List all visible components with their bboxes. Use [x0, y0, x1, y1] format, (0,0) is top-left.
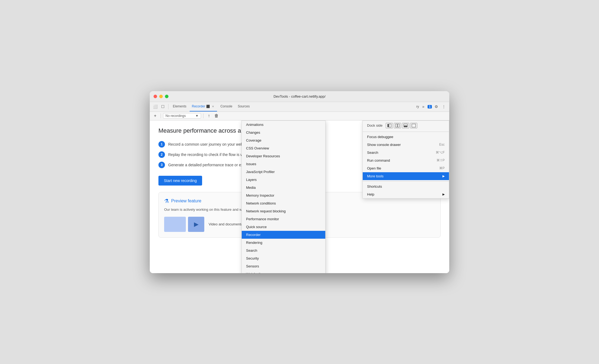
step-number-1: 1 — [158, 141, 165, 148]
menu-item-performance-monitor[interactable]: Performance monitor — [242, 215, 325, 223]
dock-right-split-icon[interactable] — [394, 123, 401, 128]
menu-item-search-label: Search — [367, 151, 378, 155]
menu-item-animations-label: Animations — [246, 123, 263, 127]
delete-button[interactable]: 🗑 — [213, 113, 220, 119]
tab-console[interactable]: Console — [218, 102, 234, 112]
menu-item-security-label: Security — [246, 256, 259, 260]
menu-item-animations[interactable]: Animations — [242, 121, 325, 129]
menu-item-webaudio-label: WebAudio — [246, 272, 262, 273]
menu-item-javascript-profiler-label: JavaScript Profiler — [246, 170, 275, 174]
menu-item-recorder[interactable]: Recorder — [242, 231, 325, 239]
title-bar: DevTools - coffee-cart.netlify.app/ — [150, 91, 449, 102]
menu-item-performance-monitor-label: Performance monitor — [246, 217, 279, 221]
menu-item-issues-label: Issues — [246, 162, 256, 166]
menu-item-layers[interactable]: Layers — [242, 176, 325, 184]
menu-item-issues[interactable]: Issues — [242, 160, 325, 168]
tab-elements[interactable]: Elements — [171, 102, 189, 112]
menu-item-recorder-label: Recorder — [246, 233, 260, 237]
start-recording-button[interactable]: Start new recording — [158, 176, 202, 186]
menu-item-css-overview-label: CSS Overview — [246, 146, 269, 150]
menu-item-focus-debuggee[interactable]: Focus debuggee — [363, 133, 449, 141]
help-arrow-icon: ▶ — [442, 193, 445, 196]
main-menu-dropdown: Dock side — [362, 120, 449, 199]
menu-divider-2 — [363, 181, 449, 181]
step-text-2: Replay the recording to check if the flo… — [168, 151, 253, 158]
menu-item-webaudio[interactable]: WebAudio — [242, 270, 325, 273]
dock-side-label: Dock side — [367, 123, 383, 127]
menu-item-open-file[interactable]: Open file ⌘P — [363, 164, 449, 172]
minimize-button[interactable] — [159, 95, 163, 98]
export-button[interactable]: ↑ — [206, 113, 212, 119]
main-content: Measure performance across an entire use… — [150, 120, 449, 273]
more-tabs-label: ry — [416, 105, 419, 108]
menu-item-search[interactable]: Search ⌘⌥F — [363, 149, 449, 157]
menu-item-memory-inspector-label: Memory Inspector — [246, 193, 274, 197]
menu-item-javascript-profiler[interactable]: JavaScript Profiler — [242, 168, 325, 176]
menu-item-shortcuts[interactable]: Shortcuts — [363, 183, 449, 190]
menu-item-sensors[interactable]: Sensors — [242, 262, 325, 270]
menu-item-rendering[interactable]: Rendering — [242, 239, 325, 247]
settings-icon[interactable]: ⚙ — [433, 103, 439, 110]
window-title: DevTools - coffee-cart.netlify.app/ — [273, 94, 326, 98]
menu-item-layers-label: Layers — [246, 178, 257, 182]
more-tools-arrow-icon: ▶ — [442, 174, 445, 178]
menu-item-focus-debuggee-label: Focus debuggee — [367, 135, 393, 139]
tab-recorder[interactable]: Recorder ⬛ ✕ — [190, 102, 217, 112]
menu-item-more-tools[interactable]: More tools ▶ — [363, 172, 449, 180]
menu-item-show-console-drawer[interactable]: Show console drawer Esc — [363, 141, 449, 149]
thumb-block-1 — [164, 217, 186, 232]
menu-item-network-request-blocking[interactable]: Network request blocking — [242, 207, 325, 215]
more-tools-dropdown: Animations Changes Coverage CSS Overview… — [241, 120, 326, 273]
kebab-menu-icon[interactable]: ⋮ — [441, 103, 447, 110]
menu-item-media[interactable]: Media — [242, 184, 325, 191]
maximize-button[interactable] — [165, 95, 168, 98]
menu-item-changes[interactable]: Changes — [242, 129, 325, 136]
menu-item-memory-inspector[interactable]: Memory Inspector — [242, 191, 325, 199]
recordings-select-arrow: ▼ — [195, 114, 199, 118]
menu-item-quick-source[interactable]: Quick source — [242, 223, 325, 231]
menu-item-developer-resources[interactable]: Developer Resources — [242, 152, 325, 160]
inspect-icon[interactable]: ⬜ — [152, 103, 158, 110]
add-recording-button[interactable]: + — [152, 113, 158, 119]
recordings-select[interactable]: No recordings ▼ — [163, 113, 201, 119]
menu-item-run-command[interactable]: Run command ⌘⇧P — [363, 157, 449, 164]
devtools: ⬜ ☐ Elements Recorder ⬛ ✕ Console Source… — [150, 102, 449, 273]
tab-console-label: Console — [220, 104, 232, 108]
search-shortcut: ⌘⌥F — [436, 151, 445, 154]
toolbar-sep-2 — [203, 113, 203, 118]
menu-item-shortcuts-label: Shortcuts — [367, 184, 382, 189]
svg-rect-5 — [404, 126, 407, 127]
dock-left-icon[interactable] — [386, 123, 393, 128]
close-button[interactable] — [154, 95, 157, 98]
devtools-window: DevTools - coffee-cart.netlify.app/ ⬜ ☐ … — [150, 91, 449, 273]
menu-item-search[interactable]: Search — [242, 247, 325, 254]
thumb-block-2: ▶ — [188, 217, 204, 232]
recordings-select-label: No recordings — [165, 114, 186, 118]
menu-item-help[interactable]: Help ▶ — [363, 190, 449, 198]
menu-item-coverage[interactable]: Coverage — [242, 136, 325, 144]
menu-item-developer-resources-label: Developer Resources — [246, 154, 280, 158]
menu-item-network-conditions[interactable]: Network conditions — [242, 199, 325, 207]
menu-item-css-overview[interactable]: CSS Overview — [242, 144, 325, 152]
menu-item-rendering-label: Rendering — [246, 241, 262, 245]
preview-title: Preview feature — [171, 199, 201, 203]
menu-item-network-conditions-label: Network conditions — [246, 201, 276, 205]
run-command-shortcut: ⌘⇧P — [436, 158, 445, 162]
svg-rect-3 — [398, 124, 399, 127]
menu-item-quick-source-label: Quick source — [246, 225, 267, 229]
tab-recorder-close[interactable]: ✕ — [211, 104, 215, 108]
menu-item-media-label: Media — [246, 186, 256, 190]
menu-item-sensors-label: Sensors — [246, 264, 259, 268]
tab-elements-label: Elements — [173, 104, 186, 108]
tab-sources[interactable]: Sources — [235, 102, 252, 112]
dock-bottom-icon[interactable] — [402, 123, 409, 128]
traffic-lights — [154, 95, 168, 98]
menu-item-open-file-label: Open file — [367, 166, 381, 170]
menu-item-search-label: Search — [246, 248, 257, 253]
issues-badge[interactable]: 1 — [428, 105, 432, 108]
device-icon[interactable]: ☐ — [160, 103, 166, 110]
show-console-drawer-shortcut: Esc — [439, 143, 445, 146]
more-tabs-icon[interactable]: » — [420, 103, 426, 110]
menu-item-security[interactable]: Security — [242, 254, 325, 262]
dock-undocked-icon[interactable] — [410, 123, 417, 128]
